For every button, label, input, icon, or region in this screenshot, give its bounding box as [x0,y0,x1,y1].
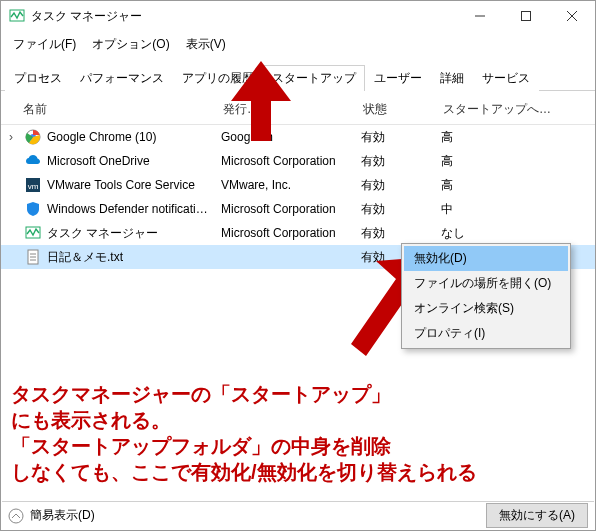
svg-point-16 [9,509,23,523]
cell-publisher: Microsoft Corporation [221,154,361,168]
disable-button[interactable]: 無効にする(A) [486,503,588,528]
cell-status: 有効 [361,153,441,170]
row-name-label: Windows Defender notificati… [47,202,208,216]
statusbar: 簡易表示(D) 無効にする(A) [2,501,594,529]
cell-impact: 高 [441,129,581,146]
column-impact[interactable]: スタートアップへ… [441,101,581,118]
cell-publisher: VMware, Inc. [221,178,361,192]
tab-users[interactable]: ユーザー [365,65,431,91]
table-row[interactable]: vmVMware Tools Core ServiceVMware, Inc.有… [1,173,595,197]
titlebar: タスク マネージャー [1,1,595,31]
annotation-line: にも表示される。 [11,407,585,433]
table-row[interactable]: ›Google Chrome (10)Google In有効高 [1,125,595,149]
column-expand [1,101,21,118]
window-title: タスク マネージャー [31,8,457,25]
taskmgr-icon [9,8,25,24]
table-row[interactable]: Windows Defender notificati…Microsoft Co… [1,197,595,221]
fewer-details-button[interactable]: 簡易表示(D) [8,507,95,524]
tab-performance[interactable]: パフォーマンス [71,65,173,91]
menu-view[interactable]: 表示(V) [178,33,234,56]
svg-marker-14 [231,61,291,141]
row-name-label: 日記＆メモ.txt [47,249,123,266]
table-row[interactable]: Microsoft OneDriveMicrosoft Corporation有… [1,149,595,173]
expand-glyph[interactable]: › [1,130,21,144]
cell-status: 有効 [361,177,441,194]
txt-icon [25,249,41,265]
cell-publisher: Microsoft Corporation [221,202,361,216]
menubar: ファイル(F) オプション(O) 表示(V) [1,31,595,58]
menu-options[interactable]: オプション(O) [84,33,177,56]
window-controls [457,1,595,31]
table-row[interactable]: タスク マネージャーMicrosoft Corporation有効なし [1,221,595,245]
cell-impact: 高 [441,153,581,170]
cell-impact: 中 [441,201,581,218]
column-name[interactable]: 名前 [21,101,221,118]
ctx-open-location[interactable]: ファイルの場所を開く(O) [404,271,568,296]
cell-status: 有効 [361,201,441,218]
row-name-label: タスク マネージャー [47,225,158,242]
column-headers: 名前 発行… 状態 スタートアップへ… [1,95,595,125]
annotation-text: タスクマネージャーの「スタートアップ」 にも表示される。 「スタートアップフォル… [11,381,585,485]
menu-file[interactable]: ファイル(F) [5,33,84,56]
cell-status: 有効 [361,225,441,242]
annotation-line: しなくても、ここで有効化/無効化を切り替えられる [11,459,585,485]
taskmgr-icon [25,225,41,241]
cell-impact: 高 [441,177,581,194]
svg-text:vm: vm [28,182,39,191]
cell-name: Google Chrome (10) [21,129,221,145]
annotation-arrow-top [231,61,291,144]
annotation-line: 「スタートアップフォルダ」の中身を削除 [11,433,585,459]
defender-icon [25,201,41,217]
cell-name: 日記＆メモ.txt [21,249,221,266]
vmware-icon: vm [25,177,41,193]
cell-impact: なし [441,225,581,242]
row-name-label: Microsoft OneDrive [47,154,150,168]
minimize-button[interactable] [457,1,503,31]
column-status[interactable]: 状態 [361,101,441,118]
cell-status: 有効 [361,129,441,146]
cell-name: タスク マネージャー [21,225,221,242]
ctx-properties[interactable]: プロパティ(I) [404,321,568,346]
fewer-details-label: 簡易表示(D) [30,507,95,524]
maximize-button[interactable] [503,1,549,31]
cell-name: vmVMware Tools Core Service [21,177,221,193]
close-button[interactable] [549,1,595,31]
tab-processes[interactable]: プロセス [5,65,71,91]
row-name-label: VMware Tools Core Service [47,178,195,192]
chevron-up-circle-icon [8,508,24,524]
cell-name: Microsoft OneDrive [21,153,221,169]
ctx-disable[interactable]: 無効化(D) [404,246,568,271]
onedrive-icon [25,153,41,169]
row-name-label: Google Chrome (10) [47,130,156,144]
ctx-online-search[interactable]: オンライン検索(S) [404,296,568,321]
tab-details[interactable]: 詳細 [431,65,473,91]
cell-publisher: Microsoft Corporation [221,226,361,240]
tab-bar: プロセス パフォーマンス アプリの履歴 スタートアップ ユーザー 詳細 サービス [1,60,595,91]
svg-rect-2 [522,12,531,21]
tab-services[interactable]: サービス [473,65,539,91]
chrome-icon [25,129,41,145]
context-menu: 無効化(D) ファイルの場所を開く(O) オンライン検索(S) プロパティ(I) [401,243,571,349]
cell-name: Windows Defender notificati… [21,201,221,217]
annotation-line: タスクマネージャーの「スタートアップ」 [11,381,585,407]
